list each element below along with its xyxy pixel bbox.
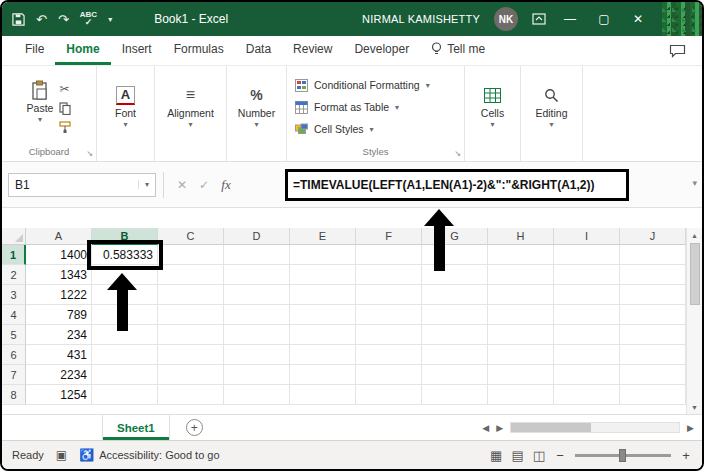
page-break-view-icon[interactable]: ◫ [533,448,545,463]
cell[interactable] [290,385,356,405]
cell[interactable] [224,245,290,265]
column-header-e[interactable]: E [290,228,356,245]
cell[interactable] [620,245,686,265]
cell[interactable] [158,325,224,345]
cell[interactable] [224,265,290,285]
undo-icon[interactable]: ↶ [36,12,47,27]
cell[interactable] [356,285,422,305]
cell[interactable] [620,345,686,365]
comments-icon[interactable] [669,36,686,65]
scroll-up-icon[interactable]: ▲ [691,228,698,242]
cell[interactable] [488,285,554,305]
scroll-right-end-icon[interactable]: ▶ [687,423,694,433]
cell-a5[interactable]: 234 [26,325,92,345]
cell[interactable] [158,265,224,285]
zoom-slider[interactable] [575,454,671,457]
format-painter-icon[interactable] [59,120,71,135]
scroll-right-icon[interactable]: ▶ [496,423,503,433]
cell[interactable] [290,305,356,325]
zoom-slider-thumb[interactable] [619,449,626,462]
column-header-f[interactable]: F [356,228,422,245]
cell[interactable] [92,345,158,365]
name-box[interactable]: B1 ▾ [8,173,156,197]
cell-styles-button[interactable]: Cell Styles ▾ [291,119,460,140]
scroll-down-icon[interactable]: ▼ [691,400,698,414]
row-header-5[interactable]: 5 [2,325,26,345]
cell[interactable] [290,245,356,265]
cell[interactable] [158,385,224,405]
cell[interactable] [488,345,554,365]
cell[interactable] [422,305,488,325]
cell[interactable] [488,245,554,265]
cell[interactable] [620,265,686,285]
vertical-scrollbar[interactable]: ▲ ▼ [686,228,702,414]
tab-data[interactable]: Data [235,36,282,65]
user-name[interactable]: NIRMAL KAMISHETTY [362,13,480,25]
cell[interactable] [356,385,422,405]
alignment-button[interactable]: ≡ Alignment ▾ [167,85,214,129]
copy-icon[interactable] [59,101,71,116]
tab-tell-me[interactable]: Tell me [420,36,496,65]
confirm-entry-icon[interactable]: ✓ [193,178,215,192]
conditional-formatting-button[interactable]: Conditional Formatting ▾ [291,75,460,96]
row-header-2[interactable]: 2 [2,265,26,285]
accessibility-status[interactable]: ♿ Accessibility: Good to go [79,448,219,462]
close-button[interactable]: ✕ [628,12,648,26]
cell[interactable] [554,285,620,305]
qat-customize-caret-icon[interactable]: ▾ [108,15,112,24]
cell-a7[interactable]: 2234 [26,365,92,385]
format-as-table-button[interactable]: Format as Table ▾ [291,97,460,118]
cell[interactable] [620,365,686,385]
cell[interactable] [356,265,422,285]
ribbon-display-options-icon[interactable] [532,13,546,25]
row-header-6[interactable]: 6 [2,345,26,365]
row-header-8[interactable]: 8 [2,385,26,405]
avatar[interactable]: NK [494,7,518,31]
number-button[interactable]: % Number ▾ [238,85,275,129]
cell[interactable] [554,365,620,385]
zoom-in-button[interactable]: + [680,448,692,463]
cell[interactable] [620,285,686,305]
cell[interactable] [554,385,620,405]
spell-check-icon[interactable]: ABC ✓ [80,11,97,27]
clipboard-dialog-launcher-icon[interactable]: ↘ [86,149,93,158]
cell[interactable] [554,325,620,345]
cell[interactable] [158,365,224,385]
cell[interactable] [290,265,356,285]
tab-formulas[interactable]: Formulas [163,36,235,65]
column-header-c[interactable]: C [158,228,224,245]
column-header-j[interactable]: J [620,228,686,245]
column-header-a[interactable]: A [26,228,92,245]
tab-home[interactable]: Home [55,36,110,65]
column-header-d[interactable]: D [224,228,290,245]
cell[interactable] [554,305,620,325]
cell[interactable] [488,325,554,345]
row-header-3[interactable]: 3 [2,285,26,305]
editing-button[interactable]: Editing ▾ [535,85,567,129]
cell[interactable] [224,285,290,305]
cell-a6[interactable]: 431 [26,345,92,365]
cell[interactable] [356,305,422,325]
cell[interactable] [554,345,620,365]
cell[interactable] [488,385,554,405]
cell[interactable] [422,385,488,405]
cell[interactable] [290,345,356,365]
minimize-button[interactable]: — [560,12,580,26]
horizontal-scrollbar[interactable] [510,422,680,433]
cell[interactable] [422,325,488,345]
font-button[interactable]: A Font ▾ [115,85,136,129]
cell-a8[interactable]: 1254 [26,385,92,405]
cells-button[interactable]: Cells ▾ [481,85,504,129]
cell[interactable] [488,365,554,385]
cell[interactable] [158,245,224,265]
zoom-out-button[interactable]: − [554,448,566,463]
maximize-button[interactable]: ▢ [594,12,614,26]
cut-icon[interactable]: ✂ [59,82,71,97]
column-header-i[interactable]: I [554,228,620,245]
new-sheet-button[interactable]: + [186,419,203,436]
cell[interactable] [356,245,422,265]
cell[interactable] [554,265,620,285]
cell[interactable] [290,285,356,305]
insert-function-icon[interactable]: fx [215,177,237,193]
cell[interactable] [224,305,290,325]
